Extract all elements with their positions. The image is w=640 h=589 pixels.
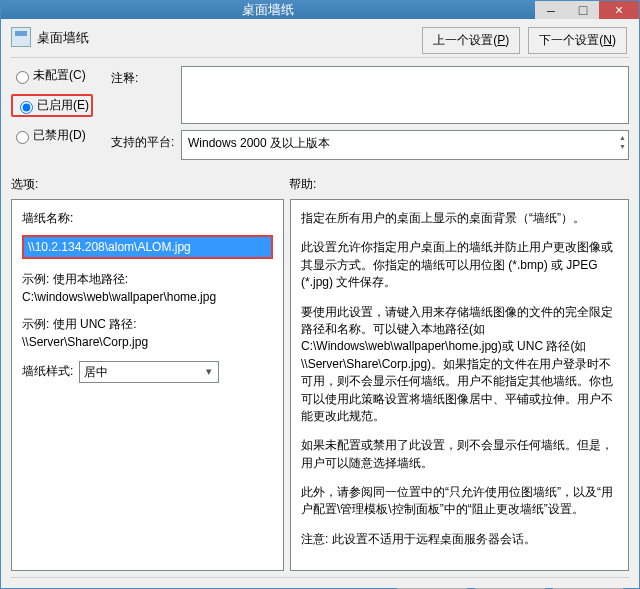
config-row: 未配置(C) 已启用(E) 已禁用(D) 注释: 支持的平台: Windows	[11, 66, 629, 166]
style-label: 墙纸样式:	[22, 363, 73, 380]
close-button[interactable]: ×	[599, 1, 639, 19]
radio-disabled-input[interactable]	[16, 131, 29, 144]
radio-not-configured-input[interactable]	[16, 71, 29, 84]
window-title: 桌面墙纸	[1, 1, 535, 19]
maximize-button[interactable]: □	[567, 1, 599, 19]
wallpaper-policy-icon	[11, 27, 31, 47]
platform-label: 支持的平台:	[111, 130, 181, 160]
radio-enabled[interactable]: 已启用(E)	[11, 94, 111, 117]
content-area: 桌面墙纸 上一个设置(P) 下一个设置(N) 未配置(C) 已启用(E) 已禁用…	[1, 19, 639, 589]
previous-setting-button[interactable]: 上一个设置(P)	[422, 27, 520, 54]
policy-name: 桌面墙纸	[37, 27, 89, 47]
comment-label: 注释:	[111, 66, 181, 124]
state-radio-group: 未配置(C) 已启用(E) 已禁用(D)	[11, 66, 111, 154]
next-setting-button[interactable]: 下一个设置(N)	[528, 27, 627, 54]
style-value: 居中	[84, 365, 108, 379]
help-pane: 指定在所有用户的桌面上显示的桌面背景（“墙纸”）。 此设置允许你指定用户桌面上的…	[290, 199, 629, 571]
help-label: 帮助:	[289, 176, 316, 193]
help-p4: 如果未配置或禁用了此设置，则不会显示任何墙纸。但是，用户可以随意选择墙纸。	[301, 437, 618, 472]
options-label: 选项:	[11, 176, 289, 193]
style-select[interactable]: 居中	[79, 361, 219, 383]
platform-value: Windows 2000 及以上版本	[188, 136, 330, 150]
separator	[11, 57, 629, 58]
footer-buttons: 确定 取消 应用(A)	[11, 577, 629, 589]
help-p1: 指定在所有用户的桌面上显示的桌面背景（“墙纸”）。	[301, 210, 618, 227]
comment-textarea[interactable]	[181, 66, 629, 124]
config-right: 注释: 支持的平台: Windows 2000 及以上版本	[111, 66, 629, 166]
style-row: 墙纸样式: 居中	[22, 361, 273, 383]
platform-box: Windows 2000 及以上版本	[181, 130, 629, 160]
panes: 墙纸名称: 示例: 使用本地路径: C:\windows\web\wallpap…	[11, 199, 629, 571]
window-buttons: – □ ×	[535, 1, 639, 19]
wallpaper-name-label: 墙纸名称:	[22, 210, 273, 227]
hint-local: 示例: 使用本地路径: C:\windows\web\wallpaper\hom…	[22, 271, 273, 306]
mid-labels: 选项: 帮助:	[11, 176, 629, 193]
titlebar[interactable]: 桌面墙纸 – □ ×	[1, 1, 639, 19]
minimize-button[interactable]: –	[535, 1, 567, 19]
options-pane: 墙纸名称: 示例: 使用本地路径: C:\windows\web\wallpap…	[11, 199, 284, 571]
hint-unc: 示例: 使用 UNC 路径: \\Server\Share\Corp.jpg	[22, 316, 273, 351]
radio-disabled[interactable]: 已禁用(D)	[11, 127, 111, 144]
help-p5: 此外，请参阅同一位置中的“只允许使用位图墙纸”，以及“用户配置\管理模板\控制面…	[301, 484, 618, 519]
policy-header: 桌面墙纸 上一个设置(P) 下一个设置(N)	[11, 27, 629, 47]
help-p3: 要使用此设置，请键入用来存储墙纸图像的文件的完全限定路径和名称。可以键入本地路径…	[301, 304, 618, 426]
wallpaper-path-input[interactable]	[22, 235, 273, 259]
radio-not-configured[interactable]: 未配置(C)	[11, 67, 111, 84]
radio-enabled-input[interactable]	[20, 101, 33, 114]
help-p2: 此设置允许你指定用户桌面上的墙纸并防止用户更改图像或其显示方式。你指定的墙纸可以…	[301, 239, 618, 291]
policy-editor-window: 桌面墙纸 – □ × 桌面墙纸 上一个设置(P) 下一个设置(N) 未配置(C)…	[0, 0, 640, 589]
help-p6: 注意: 此设置不适用于远程桌面服务器会话。	[301, 531, 618, 548]
